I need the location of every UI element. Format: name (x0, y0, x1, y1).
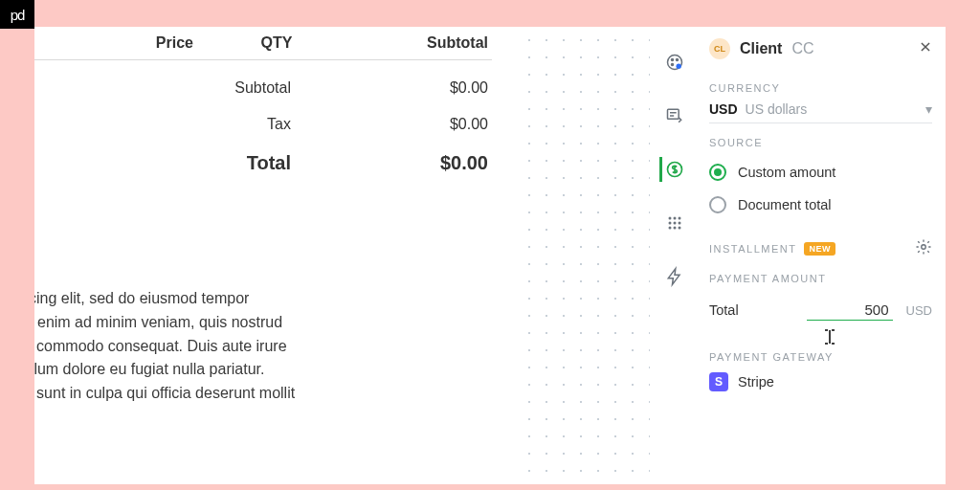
radio-label: Document total (738, 197, 832, 212)
radio-icon (709, 196, 726, 213)
svg-point-14 (673, 227, 676, 230)
price-summary: Subtotal $0.00 Tax $0.00 Total $0.00 (34, 70, 492, 184)
tool-rail (650, 27, 696, 484)
stripe-icon: S (709, 372, 728, 391)
svg-point-13 (668, 227, 671, 230)
summary-label: Subtotal (34, 79, 348, 97)
summary-value: $0.00 (348, 152, 492, 174)
source-section-label: SOURCE (709, 137, 932, 148)
editor-canvas: Price QTY Subtotal Subtotal $0.00 Tax $0… (34, 27, 946, 484)
svg-point-10 (668, 222, 671, 225)
currency-select[interactable]: USD US dollars ▾ (709, 101, 932, 123)
gear-icon[interactable] (915, 238, 932, 259)
total-label: Total (709, 302, 739, 318)
client-sub: CC (791, 40, 813, 57)
new-badge: NEW (804, 242, 835, 256)
body-paragraph[interactable]: nsectetur adipiscing elit, sed do eiusmo… (34, 287, 492, 406)
svg-point-15 (678, 227, 680, 230)
svg-point-4 (676, 64, 680, 69)
payment-amount-label: PAYMENT AMOUNT (709, 273, 932, 284)
client-label: Client (740, 40, 782, 57)
summary-label: Tax (34, 116, 348, 133)
col-qty: QTY (205, 34, 348, 52)
source-custom-amount[interactable]: Custom amount (709, 156, 932, 189)
svg-point-16 (922, 245, 926, 250)
svg-point-2 (676, 59, 678, 61)
summary-label: Total (34, 152, 348, 174)
gateway-name: Stripe (738, 374, 774, 390)
app-logo: pd (0, 0, 34, 29)
summary-row: Tax $0.00 (34, 106, 492, 143)
amount-currency: USD (906, 303, 932, 318)
document-content: Price QTY Subtotal Subtotal $0.00 Tax $0… (34, 27, 503, 454)
price-table-header: Price QTY Subtotal (34, 27, 492, 60)
svg-point-11 (673, 222, 676, 225)
currency-name: US dollars (746, 101, 808, 117)
svg-point-8 (673, 217, 676, 220)
svg-point-12 (678, 222, 680, 225)
col-price: Price (34, 34, 205, 52)
col-subtotal: Subtotal (348, 34, 492, 52)
gateway-option-stripe[interactable]: S Stripe (709, 372, 932, 391)
summary-row: Subtotal $0.00 (34, 70, 492, 106)
chevron-down-icon: ▾ (925, 101, 932, 117)
radio-icon (709, 164, 726, 181)
payment-icon[interactable] (659, 157, 684, 182)
summary-row-total: Total $0.00 (34, 143, 492, 184)
svg-rect-5 (667, 109, 679, 119)
source-document-total[interactable]: Document total (709, 189, 932, 221)
palette-icon[interactable] (659, 50, 684, 75)
installment-label: INSTALLMENT (709, 243, 796, 255)
radio-label: Custom amount (738, 165, 835, 180)
summary-value: $0.00 (348, 116, 492, 133)
canvas-gutter (516, 27, 650, 484)
svg-point-7 (668, 217, 671, 220)
installment-section: INSTALLMENT NEW (709, 238, 932, 259)
payment-amount-row: Total USD (709, 292, 932, 324)
currency-section-label: CURRENCY (709, 82, 932, 94)
svg-point-1 (671, 59, 673, 61)
client-avatar: CL (709, 38, 730, 59)
svg-point-3 (671, 64, 673, 66)
amount-input[interactable] (807, 300, 893, 321)
pane-header: CL Client CC (709, 27, 932, 73)
summary-value: $0.00 (348, 79, 492, 97)
close-icon[interactable] (919, 40, 932, 57)
currency-code: USD (709, 101, 738, 117)
svg-point-9 (678, 217, 680, 220)
bolt-icon[interactable] (659, 264, 684, 289)
apps-icon[interactable] (659, 211, 684, 235)
properties-pane: CL Client CC CURRENCY USD US dollars ▾ S… (696, 27, 946, 484)
gateway-section-label: PAYMENT GATEWAY (709, 351, 932, 363)
richtext-icon[interactable] (659, 103, 684, 128)
